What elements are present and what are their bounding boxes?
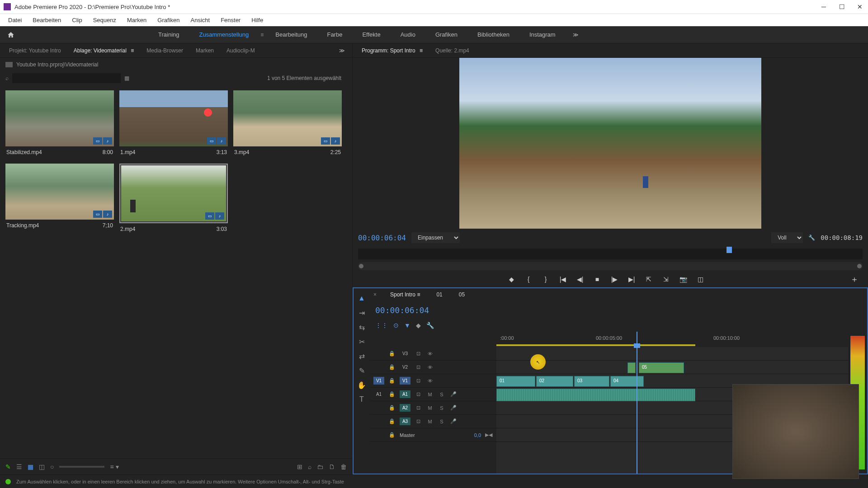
tab-projekt[interactable]: Projekt: Youtube Intro [4, 45, 66, 56]
track-v2[interactable]: 05 [496, 361, 848, 374]
timeline-settings-icon[interactable]: 🔧 [426, 322, 434, 329]
filter-icon[interactable]: ▦ [124, 75, 129, 81]
step-back-icon[interactable]: ◀| [576, 275, 585, 284]
clip[interactable]: 01 [496, 376, 535, 387]
menu-hilfe[interactable]: Hilfe [247, 15, 268, 25]
timeline-timecode[interactable]: 00:00:06:04 [375, 305, 429, 315]
tab-menu-icon[interactable]: ≡ [417, 291, 420, 298]
hand-tool-icon[interactable]: ✋ [356, 380, 367, 390]
workspace-training[interactable]: Training [150, 28, 187, 41]
audio-clip[interactable] [496, 389, 695, 401]
media-item-2[interactable]: ▭♪ 2.mp43:03 [119, 164, 228, 235]
icon-view-icon[interactable]: ▦ [28, 463, 33, 470]
track-header-v2[interactable]: 🔒 V2 ⊡ 👁 [370, 361, 496, 374]
search-icon[interactable]: ⌕ [5, 75, 9, 81]
quality-dropdown[interactable]: Voll [771, 232, 803, 243]
track-label[interactable]: A1 [400, 390, 410, 398]
search-input[interactable] [12, 73, 121, 83]
menu-sequenz[interactable]: Sequenz [89, 15, 121, 25]
zoom-handle-left[interactable] [359, 264, 363, 268]
media-thumbnail[interactable]: ▭♪ [119, 90, 228, 146]
delete-icon[interactable]: 🗑 [340, 463, 347, 470]
lift-icon[interactable]: ⇱ [644, 275, 653, 284]
snap-icon[interactable]: ⋮⋮ [375, 322, 388, 329]
sync-lock-icon[interactable]: ⊡ [414, 350, 422, 358]
track-v3[interactable] [496, 347, 848, 361]
close-sequence-icon[interactable]: × [373, 291, 377, 298]
selection-tool-icon[interactable]: ▲ [356, 293, 367, 304]
program-monitor[interactable] [353, 58, 868, 229]
zoom-handle-right[interactable] [857, 264, 862, 268]
program-timecode[interactable]: 00:00:06:04 [358, 234, 406, 242]
workspace-bibliotheken[interactable]: Bibliotheken [469, 28, 518, 41]
lock-icon[interactable]: 🔒 [388, 404, 396, 412]
toggle-output-icon[interactable]: 👁 [426, 350, 434, 358]
sync-lock-icon[interactable]: ⊡ [414, 390, 422, 399]
scrubber-playhead[interactable] [726, 247, 732, 253]
track-header-v3[interactable]: 🔒 V3 ⊡ 👁 [370, 347, 496, 361]
button-editor-icon[interactable]: ＋ [850, 275, 859, 284]
lock-icon[interactable]: 🔒 [388, 363, 396, 371]
lock-icon[interactable]: 🔒 [388, 418, 396, 426]
sync-lock-icon[interactable]: ⊡ [414, 377, 422, 385]
slip-tool-icon[interactable]: ⇄ [356, 351, 367, 361]
toggle-output-icon[interactable]: 👁 [426, 377, 434, 385]
work-area-bar[interactable] [496, 344, 695, 346]
master-value[interactable]: 0,0 [474, 432, 481, 438]
clip[interactable]: 03 [574, 376, 609, 387]
track-label[interactable]: V1 [400, 377, 410, 385]
automate-icon[interactable]: ⊞ [297, 463, 302, 470]
workspace-grafiken[interactable]: Grafiken [427, 28, 466, 41]
tab-programm[interactable]: Programm: Sport Intro ≡ [356, 45, 428, 56]
bin-icon[interactable] [5, 62, 13, 67]
solo-icon[interactable]: S [438, 390, 446, 399]
track-select-tool-icon[interactable]: ⇥ [356, 307, 367, 318]
workspace-zusammenstellung[interactable]: Zusammenstellung [191, 28, 257, 41]
go-to-out-icon[interactable]: ▶| [627, 275, 636, 284]
workspace-farbe[interactable]: Farbe [319, 28, 350, 41]
sequence-tab-05[interactable]: 05 [454, 290, 469, 300]
menu-fenster[interactable]: Fenster [216, 15, 245, 25]
lock-icon[interactable]: 🔒 [388, 377, 396, 385]
track-label[interactable]: A2 [400, 404, 410, 412]
workspace-effekte[interactable]: Effekte [354, 28, 388, 41]
tab-media-browser[interactable]: Media-Browser [141, 45, 189, 56]
close-button[interactable]: ✕ [855, 2, 864, 11]
program-scrubber[interactable] [358, 249, 863, 259]
media-thumbnail[interactable]: ▭♪ [5, 90, 114, 146]
workspace-overflow-icon[interactable]: ≫ [567, 29, 584, 41]
mute-icon[interactable]: M [426, 390, 434, 399]
menu-clip[interactable]: Clip [67, 15, 86, 25]
list-view-icon[interactable]: ☰ [16, 463, 22, 470]
panel-overflow-icon[interactable]: ≫ [335, 46, 349, 56]
media-item-tracking[interactable]: ▭♪ Tracking.mp47;10 [5, 164, 114, 235]
track-header-master[interactable]: 🔒 Master 0,0 ▶◀ [370, 428, 496, 442]
media-item-1[interactable]: ▭♪ 1.mp43:13 [119, 90, 228, 158]
sequence-tab-sport-intro[interactable]: Sport Intro ≡ [386, 290, 425, 300]
toggle-output-icon[interactable]: 👁 [426, 363, 434, 371]
add-marker-icon[interactable]: ◆ [507, 275, 516, 284]
source-v1[interactable]: V1 [373, 377, 384, 385]
export-frame-icon[interactable]: 📷 [679, 275, 688, 284]
loop-icon[interactable]: ▶◀ [485, 431, 493, 439]
voice-record-icon[interactable]: 🎤 [449, 418, 458, 426]
track-header-a1[interactable]: A1 🔒 A1 ⊡ M S 🎤 [370, 388, 496, 401]
clip[interactable]: 02 [536, 376, 573, 387]
pen-tool-icon[interactable]: ✎ [356, 365, 367, 376]
ripple-tool-icon[interactable]: ⇆ [356, 322, 367, 333]
sort-icon[interactable]: ≡ ▾ [110, 463, 118, 470]
lock-icon[interactable]: 🔒 [388, 431, 396, 439]
solo-icon[interactable]: S [438, 404, 446, 412]
razor-tool-icon[interactable]: ✂ [356, 336, 367, 347]
media-thumbnail[interactable]: ▭♪ [233, 90, 342, 146]
add-marker-icon[interactable]: ▼ [404, 322, 410, 329]
clip[interactable] [627, 362, 636, 373]
sync-lock-icon[interactable]: ⊡ [414, 363, 422, 371]
menu-marken[interactable]: Marken [123, 15, 151, 25]
track-header-v1[interactable]: V1 🔒 V1 ⊡ 👁 [370, 374, 496, 388]
track-label[interactable]: V2 [400, 363, 410, 371]
minimize-button[interactable]: ─ [819, 2, 828, 11]
zoom-slider[interactable] [59, 466, 104, 468]
media-thumbnail[interactable]: ▭♪ [121, 165, 226, 221]
menu-bearbeiten[interactable]: Bearbeiten [28, 15, 66, 25]
